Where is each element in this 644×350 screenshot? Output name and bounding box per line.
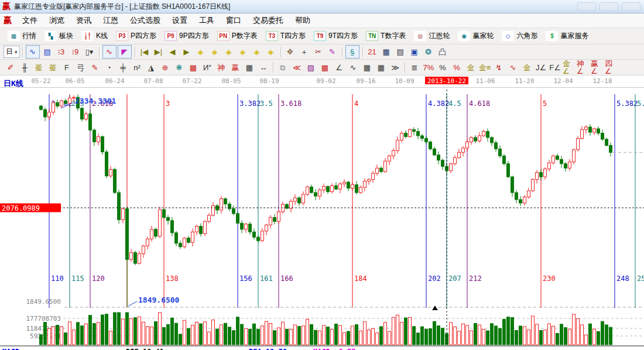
fit-screen-icon[interactable]: ◈ xyxy=(265,46,278,58)
percent7-icon[interactable]: 7% xyxy=(422,61,435,74)
gann-compass-icon[interactable]: ⊕ xyxy=(159,61,172,74)
menu-item-交易委托[interactable]: 交易委托 xyxy=(247,14,289,27)
chart-canvas[interactable]: 05-2206-0506-2407-0807-2208-0508-1909-02… xyxy=(0,76,644,350)
menu-item-文件[interactable]: 文件 xyxy=(16,14,43,27)
grid123-icon[interactable]: ▦ xyxy=(243,61,256,74)
minimize-button[interactable] xyxy=(577,2,596,11)
toolbar-button-T四方形[interactable]: T3T四方形 xyxy=(262,31,310,41)
save-icon[interactable]: ▣ xyxy=(408,46,421,58)
menu-item-窗口[interactable]: 窗口 xyxy=(220,14,247,27)
calendar-icon[interactable]: 21 xyxy=(366,46,379,58)
marker-tool-icon[interactable]: ✎ xyxy=(88,61,101,74)
zigzag-tool-icon[interactable]: ∿ xyxy=(102,45,117,59)
percent-line-icon[interactable]: % xyxy=(450,61,463,74)
red-wave-icon[interactable]: ∿ xyxy=(506,61,519,74)
notes-icon[interactable]: ▤ xyxy=(394,46,407,58)
gold-gann-icon[interactable]: 釜 xyxy=(32,61,45,74)
bars-9-icon[interactable]: ⁝9 xyxy=(69,46,82,58)
close-button[interactable] xyxy=(622,2,640,11)
menu-item-工具[interactable]: 工具 xyxy=(193,14,220,27)
toolbar-button-行情[interactable]: ▦行情 xyxy=(4,31,40,41)
network-save-icon[interactable]: ❂ xyxy=(422,46,435,58)
toolbar-button-9T四方形[interactable]: T99T四方形 xyxy=(310,31,362,41)
angle-flag-icon[interactable]: ◮ xyxy=(145,61,157,74)
toolbar-button-P数字表[interactable]: PNP数字表 xyxy=(213,31,262,41)
menu-item-江恩[interactable]: 江恩 xyxy=(97,14,124,27)
toolbar-button-P四方形[interactable]: P3P四方形 xyxy=(112,31,160,41)
fan-lines-icon[interactable]: ≪ xyxy=(290,61,303,74)
pan-left-icon[interactable]: ◈ xyxy=(194,46,207,58)
menu-item-资讯[interactable]: 资讯 xyxy=(70,14,97,27)
weave-box-icon[interactable]: ▩ xyxy=(318,61,331,74)
f-angle-icon[interactable]: F∠ xyxy=(549,61,561,74)
first-bar-icon[interactable]: |◀ xyxy=(138,46,151,58)
grid-tool-icon[interactable]: ╫ xyxy=(18,61,31,74)
last-bar-icon[interactable]: ▶| xyxy=(152,46,165,58)
gold-lines-icon[interactable]: 金≡ xyxy=(478,61,491,74)
expand-h-icon[interactable]: ◈ xyxy=(222,46,235,58)
box-tool-icon[interactable]: ⧉ xyxy=(276,61,289,74)
gold-circle-icon[interactable]: 金 xyxy=(464,61,477,74)
j-angle-icon[interactable]: J∠ xyxy=(535,61,547,74)
scale-bars-icon[interactable]: ≣ xyxy=(408,61,421,74)
menu-item-公式选股[interactable]: 公式选股 xyxy=(124,14,166,27)
indicator-icon[interactable]: § xyxy=(345,45,359,59)
hspan-icon[interactable]: ↔ xyxy=(257,61,270,74)
prev-bar-icon[interactable]: ◀ xyxy=(166,46,179,58)
toolbar-button-江恩轮[interactable]: ◎江恩轮 xyxy=(410,31,454,41)
trendline-tool-icon[interactable]: ∿ xyxy=(26,45,40,59)
toolbar-button-K线[interactable]: ╽╿K线 xyxy=(77,31,112,41)
fan-box-icon[interactable]: ▨ xyxy=(304,61,317,74)
percent-icon[interactable]: % xyxy=(436,61,449,74)
toolbar-button-9P四方形[interactable]: P99P四方形 xyxy=(160,31,213,41)
ying-tool-icon[interactable]: 赢 xyxy=(229,61,242,74)
toolbar-button-T数字表[interactable]: TNT数字表 xyxy=(362,31,410,41)
ying-angle-icon[interactable]: 赢∠ xyxy=(591,61,604,74)
pan-right-icon[interactable]: ◈ xyxy=(208,46,221,58)
pen-tool-icon[interactable]: ✐ xyxy=(4,61,17,74)
bolt-pen-icon[interactable]: ↯ xyxy=(492,61,505,74)
calculator-icon[interactable]: ▦ xyxy=(380,46,393,58)
crosshair-tool-icon[interactable]: ＋ xyxy=(298,46,311,58)
fib-tool-icon[interactable]: F xyxy=(60,61,73,74)
expand-all-icon[interactable]: ◈ xyxy=(251,46,263,58)
menu-item-浏览[interactable]: 浏览 xyxy=(43,14,70,27)
toolbar-button-赢家轮[interactable]: ◉赢家轮 xyxy=(454,31,498,41)
period-dropdown[interactable]: 日 ▾ xyxy=(4,46,20,58)
gold-underline-icon[interactable]: 金 xyxy=(520,61,533,74)
shen-tool-icon[interactable]: 神 xyxy=(215,61,228,74)
printer-icon[interactable]: 凸 xyxy=(436,46,449,58)
arc-tool-icon[interactable]: 弓 xyxy=(74,61,87,74)
menu-item-帮助[interactable]: 帮助 xyxy=(289,14,316,27)
cycle-tool-icon[interactable]: ◔ xyxy=(102,61,115,74)
gold-gann2-icon[interactable]: 釜 xyxy=(46,61,59,74)
toolbar-button-赢家服务[interactable]: $赢家服务 xyxy=(542,31,592,41)
matrix-icon[interactable]: ▦ xyxy=(361,61,374,74)
slant-lines-icon[interactable]: ≫ xyxy=(389,61,402,74)
shen-angle-icon[interactable]: 神∠ xyxy=(577,61,590,74)
toolbar-button-六角形[interactable]: ◇六角形 xyxy=(498,31,542,41)
toolbar-button-板块[interactable]: ▚板块 xyxy=(40,31,77,41)
gold-angle-icon[interactable]: 金∠ xyxy=(563,61,576,74)
square-num-icon[interactable]: n² xyxy=(131,61,143,74)
menu-item-设置[interactable]: 设置 xyxy=(166,14,193,27)
si-angle-icon[interactable]: 四∠ xyxy=(605,61,618,74)
gann-star-icon[interactable]: ❋ xyxy=(173,61,186,74)
next-bar-icon[interactable]: ▶ xyxy=(180,46,193,58)
maximize-button[interactable] xyxy=(600,2,618,11)
gann-web-icon[interactable]: ▩ xyxy=(187,61,200,74)
wave-tool-icon[interactable]: ∿ xyxy=(347,61,359,74)
hand-tool-icon[interactable]: ✥ xyxy=(284,46,297,58)
ruler-tool-icon[interactable]: ╪ xyxy=(117,61,129,74)
candle xyxy=(306,187,309,194)
compress-h-icon[interactable]: ◈ xyxy=(237,46,249,58)
draw-tool-icon[interactable]: ✎ xyxy=(326,46,339,58)
list-icon[interactable]: ▤ xyxy=(41,46,54,58)
candle-style-icon[interactable]: ▯▾ xyxy=(83,46,96,58)
angle-fan-icon[interactable]: ∠ xyxy=(333,61,345,74)
wave-mark-icon[interactable]: И″ xyxy=(201,61,214,74)
matrix2-icon[interactable]: ▦ xyxy=(375,61,388,74)
cut-tool-icon[interactable]: ✂ xyxy=(312,46,325,58)
bars-3-icon[interactable]: ⁝3 xyxy=(55,46,68,58)
flag-chart-icon[interactable]: ◤ xyxy=(118,45,132,59)
